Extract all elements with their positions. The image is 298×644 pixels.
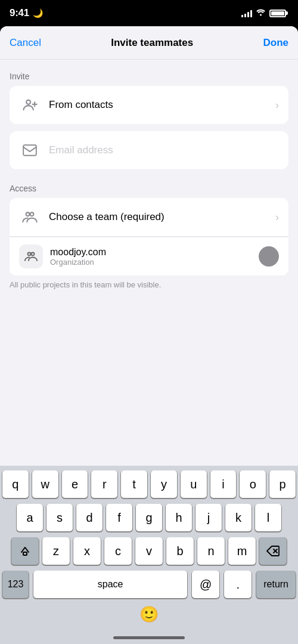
key-j[interactable]: j xyxy=(195,504,222,531)
team-chevron-icon: › xyxy=(275,211,279,224)
key-t[interactable]: t xyxy=(121,470,147,498)
delete-key[interactable] xyxy=(259,537,287,565)
choose-team-row[interactable]: Choose a team (required) › xyxy=(10,198,288,237)
choose-team-label: Choose a team (required) xyxy=(49,211,275,223)
return-key[interactable]: return xyxy=(256,571,296,598)
email-input-card xyxy=(10,131,288,169)
battery-icon xyxy=(269,10,286,17)
org-row[interactable]: moodjoy.com Organization xyxy=(10,237,288,275)
key-n[interactable]: n xyxy=(197,537,225,565)
access-section-label: Access xyxy=(0,172,298,198)
home-indicator xyxy=(0,631,298,644)
numbers-key[interactable]: 123 xyxy=(2,571,29,598)
chevron-icon: › xyxy=(275,99,279,112)
home-bar xyxy=(113,636,185,639)
key-d[interactable]: d xyxy=(76,504,103,531)
signal-bars-icon xyxy=(241,9,252,17)
main-sheet: Cancel Invite teammates Done Invite From… xyxy=(0,26,298,644)
moon-icon: 🌙 xyxy=(33,8,43,18)
nav-title: Invite teammates xyxy=(111,37,193,49)
keyboard-row-1: q w e r t y u i o p xyxy=(2,470,296,498)
key-m[interactable]: m xyxy=(228,537,256,565)
from-contacts-row[interactable]: From contacts › xyxy=(10,86,288,124)
nav-bar: Cancel Invite teammates Done xyxy=(0,26,298,60)
key-x[interactable]: x xyxy=(73,537,101,565)
status-bar: 9:41 🌙 xyxy=(0,0,298,26)
status-time: 9:41 xyxy=(10,7,29,19)
svg-point-3 xyxy=(26,212,30,216)
key-v[interactable]: v xyxy=(135,537,163,565)
team-icon xyxy=(19,206,41,228)
key-y[interactable]: y xyxy=(151,470,177,498)
svg-point-5 xyxy=(28,253,31,256)
key-r[interactable]: r xyxy=(91,470,117,498)
status-icons xyxy=(241,8,286,18)
keyboard-bottom-bar: 🙂 xyxy=(0,600,298,631)
email-field[interactable] xyxy=(49,144,279,156)
key-h[interactable]: h xyxy=(166,504,192,531)
key-s[interactable]: s xyxy=(46,504,73,531)
key-u[interactable]: u xyxy=(181,470,207,498)
email-icon xyxy=(19,140,41,161)
svg-rect-2 xyxy=(23,145,36,155)
key-w[interactable]: w xyxy=(32,470,58,498)
key-o[interactable]: o xyxy=(240,470,266,498)
wifi-icon xyxy=(256,8,266,18)
keyboard-row-4: 123 space @ . return xyxy=(2,571,296,598)
emoji-key[interactable]: 🙂 xyxy=(139,605,159,624)
key-g[interactable]: g xyxy=(136,504,162,531)
key-e[interactable]: e xyxy=(62,470,88,498)
keyboard-row-2: a s d f g h j k l xyxy=(2,504,296,531)
svg-point-6 xyxy=(32,253,35,256)
invite-card: From contacts › xyxy=(10,86,288,124)
space-key[interactable]: space xyxy=(33,571,187,598)
org-subtitle: Organization xyxy=(50,258,259,267)
key-i[interactable]: i xyxy=(210,470,237,498)
key-k[interactable]: k xyxy=(225,504,252,531)
key-p[interactable]: p xyxy=(269,470,296,498)
key-b[interactable]: b xyxy=(166,537,194,565)
dot-key[interactable]: . xyxy=(224,571,252,598)
svg-point-1 xyxy=(26,100,30,104)
key-c[interactable]: c xyxy=(104,537,132,565)
org-icon-box xyxy=(19,244,43,268)
keyboard: q w e r t y u i o p a s d f g h j k xyxy=(0,466,298,644)
org-toggle[interactable] xyxy=(259,246,279,267)
at-key[interactable]: @ xyxy=(192,571,219,598)
svg-point-0 xyxy=(260,14,262,16)
svg-point-4 xyxy=(30,212,34,216)
helper-text: All public projects in this team will be… xyxy=(0,275,298,289)
org-name: moodjoy.com xyxy=(50,247,259,258)
key-l[interactable]: l xyxy=(255,504,281,531)
key-q[interactable]: q xyxy=(2,470,29,498)
from-contacts-label: From contacts xyxy=(49,99,275,111)
cancel-button[interactable]: Cancel xyxy=(10,37,41,49)
invite-section-label: Invite xyxy=(0,60,298,86)
org-info: moodjoy.com Organization xyxy=(50,247,259,267)
access-card: Choose a team (required) › moodjoy.com O… xyxy=(10,198,288,275)
keyboard-row-3: z x c v b n m xyxy=(2,537,296,565)
key-f[interactable]: f xyxy=(106,504,132,531)
done-button[interactable]: Done xyxy=(263,37,289,49)
svg-rect-7 xyxy=(23,552,27,555)
key-z[interactable]: z xyxy=(42,537,70,565)
key-a[interactable]: a xyxy=(17,504,43,531)
shift-key[interactable] xyxy=(11,537,39,565)
contacts-icon xyxy=(19,94,41,116)
